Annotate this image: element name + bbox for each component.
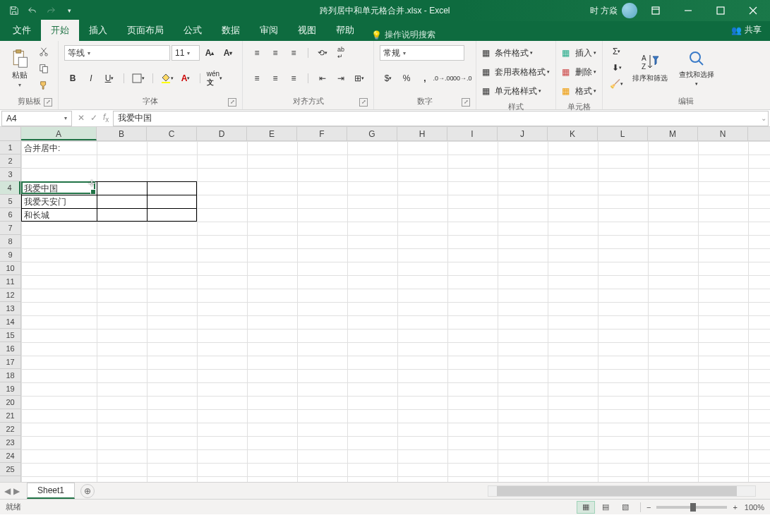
- tab-file[interactable]: 文件: [3, 20, 41, 41]
- align-right-icon[interactable]: ≡: [285, 71, 302, 86]
- percent-icon[interactable]: %: [398, 71, 415, 86]
- phonetic-icon[interactable]: wén文▾: [206, 71, 223, 86]
- format-painter-icon[interactable]: [35, 78, 52, 93]
- column-header[interactable]: G: [347, 127, 397, 140]
- increase-font-icon[interactable]: A▴: [201, 45, 218, 61]
- orientation-icon[interactable]: ⟲▾: [314, 45, 331, 61]
- avatar[interactable]: [622, 3, 637, 18]
- fx-icon[interactable]: fx: [103, 112, 109, 123]
- row-header[interactable]: 15: [0, 329, 20, 342]
- increase-decimal-icon[interactable]: .0→.00: [435, 71, 452, 86]
- row-header[interactable]: 10: [0, 262, 20, 275]
- wrap-text-icon[interactable]: ab↵: [332, 45, 349, 61]
- row-header[interactable]: 21: [0, 409, 20, 423]
- zoom-slider[interactable]: [656, 506, 727, 509]
- column-header[interactable]: D: [197, 127, 247, 140]
- row-header[interactable]: 9: [0, 248, 20, 262]
- minimize-icon[interactable]: [674, 0, 702, 21]
- row-header[interactable]: 4: [0, 181, 20, 195]
- row-header[interactable]: 1: [0, 141, 20, 155]
- column-header[interactable]: H: [397, 127, 447, 140]
- column-header[interactable]: E: [247, 127, 297, 140]
- paste-button[interactable]: 粘贴 ▾: [6, 44, 34, 93]
- format-cells-button[interactable]: ▦ 格式▾: [562, 82, 596, 100]
- number-format-combo[interactable]: 常规▾: [380, 45, 464, 61]
- row-header[interactable]: 22: [0, 423, 20, 436]
- row-header[interactable]: 18: [0, 369, 20, 382]
- row-header[interactable]: 17: [0, 356, 20, 369]
- fill-color-icon[interactable]: ▾: [159, 71, 176, 86]
- column-header[interactable]: K: [548, 127, 598, 140]
- tab-insert[interactable]: 插入: [79, 20, 117, 41]
- formula-input[interactable]: 我爱中国⌄: [113, 111, 769, 126]
- clear-icon[interactable]: 🧹▾: [608, 76, 625, 92]
- row-header[interactable]: 19: [0, 382, 20, 396]
- normal-view-icon[interactable]: ▦: [577, 501, 595, 514]
- add-sheet-icon[interactable]: ⊕: [80, 484, 95, 498]
- find-select-button[interactable]: 查找和选择 ▾: [675, 44, 718, 92]
- maximize-icon[interactable]: [706, 0, 735, 21]
- prev-sheet-icon[interactable]: ◀: [4, 486, 11, 496]
- tab-view[interactable]: 视图: [288, 20, 326, 41]
- cell-styles-button[interactable]: ▦ 单元格样式▾: [482, 82, 550, 100]
- underline-icon[interactable]: U▾: [101, 71, 118, 86]
- sort-filter-button[interactable]: AZ 排序和筛选: [628, 44, 672, 92]
- decrease-decimal-icon[interactable]: .00→.0: [453, 71, 470, 86]
- cancel-icon[interactable]: ✕: [78, 113, 85, 123]
- bold-icon[interactable]: B: [64, 71, 81, 86]
- row-header[interactable]: 11: [0, 275, 20, 289]
- zoom-in-icon[interactable]: +: [733, 503, 737, 512]
- dialog-launcher-icon[interactable]: ⤢: [462, 98, 470, 107]
- qat-customize-icon[interactable]: ▾: [61, 2, 78, 19]
- increase-indent-icon[interactable]: ⇥: [332, 71, 349, 86]
- tab-review[interactable]: 审阅: [250, 20, 288, 41]
- next-sheet-icon[interactable]: ▶: [13, 486, 20, 496]
- row-header[interactable]: 23: [0, 436, 20, 449]
- row-header[interactable]: 24: [0, 449, 20, 463]
- redo-icon[interactable]: [42, 2, 59, 19]
- undo-icon[interactable]: [24, 2, 41, 19]
- decrease-font-icon[interactable]: A▾: [219, 45, 236, 61]
- ribbon-options-icon[interactable]: [642, 0, 670, 21]
- tab-home[interactable]: 开始: [41, 20, 79, 41]
- column-header[interactable]: M: [648, 127, 698, 140]
- conditional-format-button[interactable]: ▦ 条件格式▾: [482, 44, 550, 62]
- align-bottom-icon[interactable]: ≡: [285, 45, 302, 61]
- row-header[interactable]: 12: [0, 289, 20, 302]
- insert-cells-button[interactable]: ▦ 插入▾: [562, 44, 596, 62]
- font-size-combo[interactable]: 11▾: [172, 45, 200, 61]
- decrease-indent-icon[interactable]: ⇤: [314, 71, 331, 86]
- border-icon[interactable]: ▾: [130, 71, 147, 86]
- delete-cells-button[interactable]: ▦ 删除▾: [562, 63, 596, 81]
- zoom-out-icon[interactable]: −: [646, 503, 651, 512]
- font-color-icon[interactable]: A▾: [177, 71, 194, 86]
- row-header[interactable]: 6: [0, 208, 20, 222]
- fill-icon[interactable]: ⬇▾: [608, 60, 625, 75]
- dialog-launcher-icon[interactable]: ⤢: [228, 98, 236, 107]
- format-as-table-button[interactable]: ▦ 套用表格格式▾: [482, 63, 550, 81]
- column-header[interactable]: J: [498, 127, 548, 140]
- row-header[interactable]: 16: [0, 342, 20, 356]
- row-header[interactable]: 14: [0, 315, 20, 329]
- close-icon[interactable]: [739, 0, 767, 21]
- cell[interactable]: 合并居中:: [22, 141, 62, 156]
- horizontal-scrollbar[interactable]: [488, 485, 756, 497]
- user-name[interactable]: 时 方焱: [590, 5, 618, 17]
- autosum-icon[interactable]: Σ▾: [608, 44, 625, 59]
- column-header[interactable]: F: [297, 127, 347, 140]
- align-center-icon[interactable]: ≡: [267, 71, 284, 86]
- tab-help[interactable]: 帮助: [326, 20, 364, 41]
- row-header[interactable]: 7: [0, 222, 20, 235]
- expand-formula-icon[interactable]: ⌄: [761, 114, 766, 122]
- comma-icon[interactable]: ,: [416, 71, 433, 86]
- enter-icon[interactable]: ✓: [90, 113, 97, 123]
- row-header[interactable]: 3: [0, 168, 20, 181]
- page-break-view-icon[interactable]: ▧: [616, 501, 634, 514]
- column-header[interactable]: B: [97, 127, 147, 140]
- cut-icon[interactable]: [35, 44, 52, 59]
- column-header[interactable]: L: [598, 127, 648, 140]
- cells-area[interactable]: 合并居中:我爱中国我爱天安门和长城✛: [21, 141, 770, 482]
- align-left-icon[interactable]: ≡: [248, 71, 265, 86]
- column-header[interactable]: N: [698, 127, 748, 140]
- row-header[interactable]: 25: [0, 463, 20, 476]
